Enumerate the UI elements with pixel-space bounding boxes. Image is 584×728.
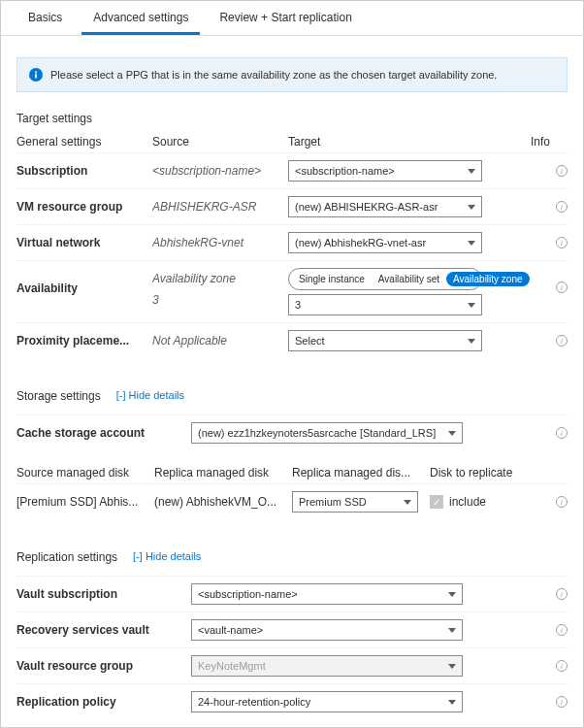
rsv-label: Recovery services vault	[16, 623, 191, 637]
availability-label: Availability	[16, 268, 152, 295]
pill-avset[interactable]: Availability set	[372, 272, 446, 286]
availability-pill-group: Single instance Availability set Availab…	[288, 268, 482, 290]
info-icon[interactable]: i	[556, 335, 568, 347]
ppg-label: Proximity placeme...	[16, 334, 152, 347]
header-target: Target	[288, 135, 482, 149]
info-icon[interactable]: i	[556, 427, 568, 439]
availability-zone-select[interactable]: 3	[288, 294, 482, 315]
info-banner: Please select a PPG that is in the same …	[16, 57, 568, 92]
policy-label: Replication policy	[16, 695, 191, 709]
vmrg-label: VM resource group	[16, 200, 152, 214]
header-source: Source	[152, 135, 288, 149]
include-label: include	[449, 495, 486, 509]
vnet-select[interactable]: (new) AbhishekRG-vnet-asr	[288, 232, 482, 253]
vmrg-source: ABHISHEKRG-ASR	[152, 200, 288, 214]
ppg-select[interactable]: Select	[288, 330, 482, 351]
vaultsub-label: Vault subscription	[16, 587, 191, 601]
rsv-select[interactable]: <vault-name>	[191, 619, 463, 641]
tab-advanced[interactable]: Advanced settings	[81, 1, 200, 35]
info-icon[interactable]: i	[556, 201, 568, 213]
target-settings-title: Target settings	[16, 112, 568, 125]
policy-select[interactable]: 24-hour-retention-policy	[191, 691, 463, 712]
subscription-source: <subscription-name>	[152, 164, 288, 178]
info-icon[interactable]: i	[556, 696, 568, 708]
subscription-select[interactable]: <subscription-name>	[288, 160, 482, 182]
info-icon[interactable]: i	[556, 624, 568, 636]
svg-rect-1	[35, 74, 37, 78]
vnet-label: Virtual network	[16, 236, 152, 249]
disk-type-select[interactable]: Premium SSD	[292, 491, 418, 513]
replication-title: Replication settings	[16, 550, 117, 564]
replication-hide-link[interactable]: [-] Hide details	[133, 550, 201, 562]
subscription-label: Subscription	[16, 164, 152, 178]
banner-text: Please select a PPG that is in the same …	[50, 69, 497, 81]
include-checkbox[interactable]	[430, 495, 443, 509]
vrg-label: Vault resource group	[16, 659, 191, 673]
storage-hide-link[interactable]: [-] Hide details	[116, 389, 184, 401]
info-icon[interactable]: i	[556, 660, 568, 672]
header-info: Info	[482, 135, 568, 149]
cache-select[interactable]: (new) ezz1hzkeynoters5asrcache [Standard…	[191, 422, 463, 444]
disk-source: [Premium SSD] Abhis...	[16, 495, 143, 509]
vaultsub-select[interactable]: <subscription-name>	[191, 583, 463, 605]
info-icon[interactable]: i	[556, 281, 568, 293]
availability-source-type: Availability zone	[152, 272, 280, 285]
cache-label: Cache storage account	[16, 426, 191, 440]
availability-source-zone: 3	[152, 293, 280, 307]
info-icon[interactable]: i	[556, 165, 568, 177]
disk-h2: Replica managed disk	[154, 466, 280, 480]
info-icon	[29, 68, 43, 82]
tab-basics[interactable]: Basics	[16, 1, 74, 35]
disk-h1: Source managed disk	[16, 466, 143, 480]
disk-h3: Replica managed dis...	[292, 466, 418, 480]
info-icon[interactable]: i	[556, 237, 568, 248]
tab-review[interactable]: Review + Start replication	[208, 1, 363, 35]
info-icon[interactable]: i	[556, 496, 568, 508]
pill-single[interactable]: Single instance	[292, 272, 372, 286]
disk-replica: (new) AbhishekVM_O...	[154, 495, 280, 509]
vnet-source: AbhishekRG-vnet	[152, 236, 288, 249]
svg-rect-2	[35, 72, 37, 74]
tabs: Basics Advanced settings Review + Start …	[1, 1, 583, 36]
storage-title: Storage settings	[16, 389, 101, 403]
vmrg-select[interactable]: (new) ABHISHEKRG-ASR-asr	[288, 196, 482, 217]
vrg-select: KeyNoteMgmt	[191, 655, 463, 677]
disk-h4: Disk to replicate	[430, 466, 527, 480]
ppg-source: Not Applicable	[152, 334, 288, 347]
header-general: General settings	[16, 135, 152, 149]
info-icon[interactable]: i	[556, 588, 568, 600]
